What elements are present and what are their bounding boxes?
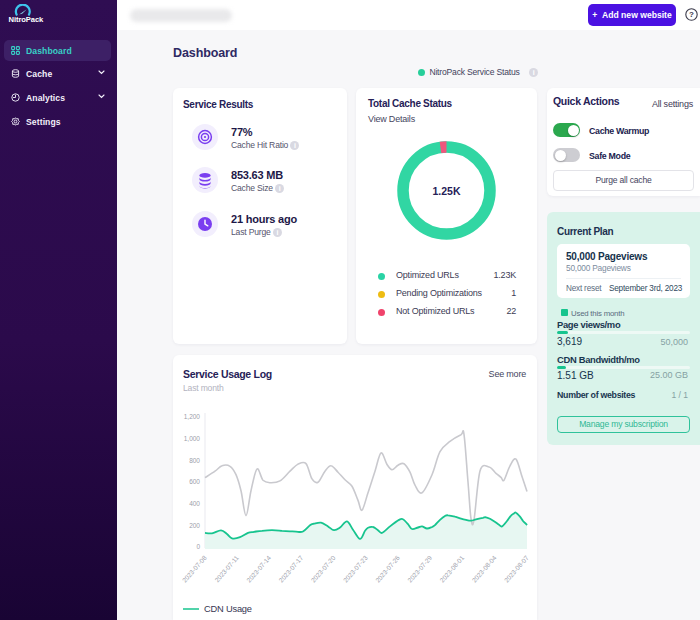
svg-text:1.25K: 1.25K [432, 185, 460, 197]
svg-text:1,200: 1,200 [184, 413, 201, 420]
svg-text:200: 200 [189, 522, 200, 529]
svg-text:2023-07-08: 2023-07-08 [181, 554, 208, 584]
svg-text:1,000: 1,000 [184, 435, 201, 442]
svg-text:NitroPack: NitroPack [9, 15, 44, 24]
svg-text:2023-07-26: 2023-07-26 [374, 554, 401, 584]
svg-text:?: ? [689, 10, 694, 19]
svg-text:2023-07-11: 2023-07-11 [213, 554, 240, 584]
svg-text:2023-08-04: 2023-08-04 [470, 554, 497, 584]
svg-text:600: 600 [189, 478, 200, 485]
svg-text:800: 800 [189, 457, 200, 464]
svg-text:2023-08-07: 2023-08-07 [503, 554, 530, 584]
svg-text:0: 0 [196, 543, 200, 550]
svg-text:2023-07-14: 2023-07-14 [245, 554, 272, 584]
svg-text:400: 400 [189, 500, 200, 507]
svg-text:2023-08-01: 2023-08-01 [438, 554, 465, 584]
svg-text:2023-07-23: 2023-07-23 [342, 554, 369, 584]
svg-text:2023-07-17: 2023-07-17 [277, 554, 304, 584]
svg-text:2023-07-20: 2023-07-20 [309, 554, 336, 584]
svg-text:2023-07-29: 2023-07-29 [406, 554, 433, 584]
